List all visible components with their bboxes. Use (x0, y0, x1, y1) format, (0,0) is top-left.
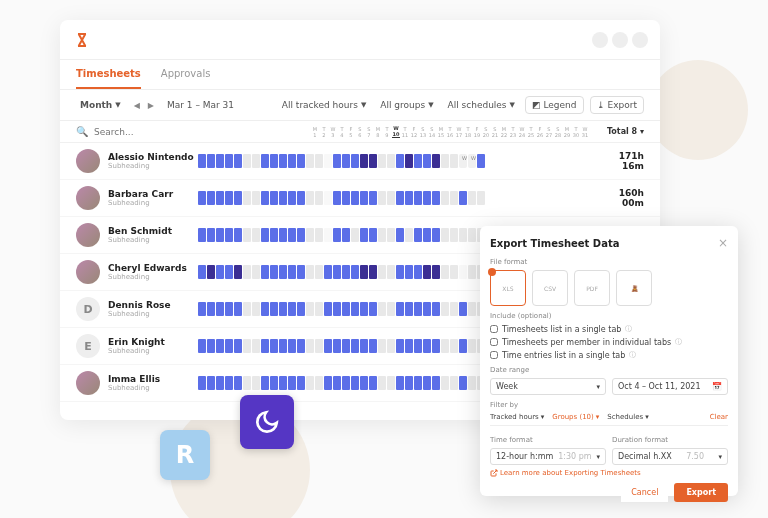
search-input[interactable] (94, 127, 214, 137)
day-cell[interactable] (243, 376, 251, 390)
day-cell[interactable] (468, 228, 476, 242)
day-cell[interactable] (378, 265, 386, 279)
day-cell[interactable] (396, 265, 404, 279)
period-select[interactable]: Month▼ (76, 98, 125, 112)
day-cell[interactable]: W (468, 154, 476, 168)
day-cell[interactable] (324, 302, 332, 316)
day-cell[interactable] (396, 302, 404, 316)
filter-schedules[interactable]: All schedules▼ (444, 98, 519, 112)
day-cell[interactable] (216, 265, 224, 279)
day-cell[interactable] (378, 376, 386, 390)
day-cell[interactable] (198, 376, 206, 390)
day-cell[interactable] (351, 376, 359, 390)
day-cell[interactable] (252, 228, 260, 242)
day-cell[interactable] (297, 265, 305, 279)
day-cell[interactable] (198, 302, 206, 316)
day-cell[interactable] (297, 154, 305, 168)
time-format-select[interactable]: 12-hour h:mm1:30 pm▾ (490, 448, 606, 465)
day-cell[interactable] (216, 376, 224, 390)
day-cell[interactable] (270, 339, 278, 353)
day-cell[interactable] (432, 376, 440, 390)
day-cell[interactable] (252, 191, 260, 205)
day-cell[interactable] (279, 191, 287, 205)
day-cell[interactable] (387, 376, 395, 390)
day-cell[interactable] (405, 302, 413, 316)
day-cell[interactable] (261, 228, 269, 242)
day-cell[interactable] (441, 339, 449, 353)
day-cell[interactable] (423, 191, 431, 205)
day-cell[interactable] (342, 302, 350, 316)
day-cell[interactable] (369, 154, 377, 168)
day-cell[interactable] (360, 339, 368, 353)
day-cell[interactable] (423, 339, 431, 353)
day-cell[interactable] (315, 339, 323, 353)
day-cell[interactable] (342, 191, 350, 205)
day-cell[interactable] (441, 302, 449, 316)
pill-groups[interactable]: Groups (10)▾ (552, 413, 599, 421)
day-cell[interactable] (396, 376, 404, 390)
day-cell[interactable] (207, 302, 215, 316)
day-cell[interactable] (333, 191, 341, 205)
day-cell[interactable] (477, 154, 485, 168)
day-cell[interactable] (405, 228, 413, 242)
day-cell[interactable] (441, 228, 449, 242)
day-cell[interactable] (243, 228, 251, 242)
filter-groups[interactable]: All groups▼ (376, 98, 437, 112)
day-cell[interactable] (225, 339, 233, 353)
day-cell[interactable] (468, 302, 476, 316)
day-cell[interactable] (441, 154, 449, 168)
day-cell[interactable] (297, 339, 305, 353)
day-cell[interactable] (288, 154, 296, 168)
format-xls[interactable]: XLS (490, 270, 526, 306)
day-cell[interactable] (270, 228, 278, 242)
day-cell[interactable] (450, 339, 458, 353)
day-cell[interactable] (441, 265, 449, 279)
day-cell[interactable] (441, 376, 449, 390)
day-cell[interactable] (351, 228, 359, 242)
day-cell[interactable] (342, 154, 350, 168)
day-cell[interactable] (243, 191, 251, 205)
day-cell[interactable] (414, 376, 422, 390)
day-cell[interactable] (270, 376, 278, 390)
day-cell[interactable] (216, 228, 224, 242)
day-cell[interactable] (459, 339, 467, 353)
day-cell[interactable] (216, 339, 224, 353)
cancel-button[interactable]: Cancel (621, 483, 668, 502)
day-cell[interactable] (243, 302, 251, 316)
day-cell[interactable] (387, 228, 395, 242)
duration-format-select[interactable]: Decimal h.XX7.50▾ (612, 448, 728, 465)
day-cell[interactable] (450, 265, 458, 279)
day-cell[interactable] (207, 265, 215, 279)
user-row[interactable]: Barbara CarrSubheading160h 00m (60, 180, 660, 217)
day-cell[interactable] (396, 228, 404, 242)
day-cell[interactable] (333, 265, 341, 279)
day-cell[interactable] (360, 376, 368, 390)
day-cell[interactable] (468, 265, 476, 279)
period-pager[interactable]: ◀▶ (131, 100, 157, 111)
day-cell[interactable] (378, 228, 386, 242)
day-cell[interactable] (477, 191, 485, 205)
day-cell[interactable] (288, 265, 296, 279)
day-cell[interactable] (279, 154, 287, 168)
day-cell[interactable] (324, 339, 332, 353)
day-cell[interactable] (459, 265, 467, 279)
day-cell[interactable] (387, 302, 395, 316)
day-cell[interactable] (423, 228, 431, 242)
day-cell[interactable] (324, 154, 332, 168)
day-cell[interactable] (252, 302, 260, 316)
day-cell[interactable] (279, 265, 287, 279)
day-cell[interactable] (198, 191, 206, 205)
format-pdf[interactable]: PDF (574, 270, 610, 306)
day-cell[interactable] (414, 302, 422, 316)
info-icon[interactable]: ⓘ (625, 324, 632, 334)
day-cell[interactable] (207, 376, 215, 390)
day-cell[interactable] (414, 191, 422, 205)
day-cell[interactable] (333, 154, 341, 168)
info-icon[interactable]: ⓘ (629, 350, 636, 360)
day-cell[interactable] (315, 154, 323, 168)
day-cell[interactable] (306, 339, 314, 353)
day-cell[interactable] (279, 228, 287, 242)
pill-tracked-hours[interactable]: Tracked hours▾ (490, 413, 544, 421)
day-cell[interactable] (198, 154, 206, 168)
day-cell[interactable] (351, 265, 359, 279)
